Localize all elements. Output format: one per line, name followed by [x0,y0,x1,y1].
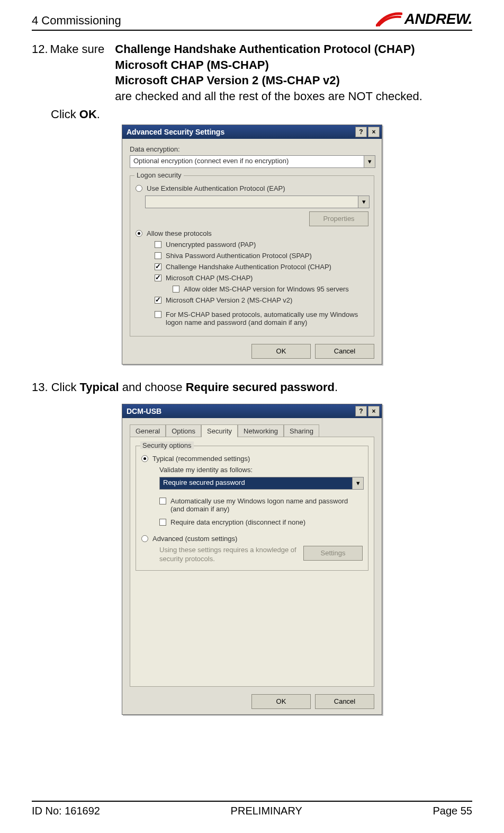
data-encryption-label: Data encryption: [130,145,374,153]
validate-identity-value: Require secured password [160,477,352,489]
dialog2-title: DCM-USB [127,407,161,415]
chevron-down-icon: ▾ [352,477,363,489]
properties-button: Properties [309,211,368,226]
dcm-usb-dialog: DCM-USB ? × General Options Security Net… [122,404,382,715]
advanced-security-dialog: Advanced Security Settings ? × Data encr… [122,125,382,365]
checkbox-mschap-older[interactable]: Allow older MS-CHAP version for Windows … [173,285,368,293]
help-button[interactable]: ? [355,127,367,137]
dialog1-title: Advanced Security Settings [127,128,224,136]
settings-button: Settings [303,546,363,561]
cancel-button[interactable]: Cancel [315,694,374,709]
radio-icon [141,535,148,542]
close-icon: × [372,408,375,414]
logon-security-group: Logon security Use Extensible Authentica… [130,175,374,336]
checkbox-icon [155,263,161,270]
step-12-bold-3: Microsoft CHAP Version 2 (MS-CHAP v2) [115,73,472,88]
eap-type-combo: ▾ [145,196,370,208]
footer-page: Page 55 [433,805,472,817]
security-options-legend: Security options [140,441,194,449]
chevron-down-icon: ▾ [358,196,369,208]
checkbox-auto-logon-2[interactable]: Automatically use my Windows logon name … [159,497,363,513]
help-icon: ? [359,129,363,135]
radio-typical[interactable]: Typical (recommended settings) [141,455,363,463]
logo-swoosh-icon [376,12,402,26]
dialog1-titlebar: Advanced Security Settings ? × [122,125,382,139]
help-icon: ? [359,408,363,414]
radio-advanced[interactable]: Advanced (custom settings) [141,535,363,543]
ok-button[interactable]: OK [251,694,311,709]
footer-status: PRELIMINARY [231,805,302,817]
radio-icon [136,230,142,237]
checkbox-icon [159,519,166,526]
page-footer: ID No: 161692 PRELIMINARY Page 55 [32,801,472,817]
step-13-num: 13. [32,380,48,394]
checkbox-icon [155,274,161,281]
checkbox-spap[interactable]: Shiva Password Authentication Protocol (… [155,252,368,260]
step-12-intro: Make sure [50,42,105,56]
brand-logo: ANDREW. [376,11,472,28]
checkbox-icon [173,286,179,293]
step-13: 13. Click Typical and choose Require sec… [32,380,472,394]
radio-icon [136,185,142,192]
radio-eap[interactable]: Use Extensible Authentication Protocol (… [136,184,368,192]
advanced-note: Using these settings requires a knowledg… [159,546,298,564]
data-encryption-combo[interactable]: Optional encryption (connect even if no … [130,155,375,168]
checkbox-chap[interactable]: Challenge Handshake Authentication Proto… [155,263,368,271]
validate-identity-combo[interactable]: Require secured password ▾ [159,477,364,490]
checkbox-icon [155,252,161,259]
validate-identity-label: Validate my identity as follows: [159,466,363,474]
footer-id: ID No: 161692 [32,805,100,817]
checkbox-icon [155,297,161,304]
checkbox-mschap-v2[interactable]: Microsoft CHAP Version 2 (MS-CHAP v2) [155,296,368,304]
step-12-bold-2: Microsoft CHAP (MS-CHAP) [115,57,472,73]
radio-allow-protocols[interactable]: Allow these protocols [136,229,368,237]
step-12-num: 12. [32,42,48,56]
tabs-row: General Options Security Networking Shar… [130,424,374,437]
tab-sharing[interactable]: Sharing [284,424,319,437]
checkbox-mschap[interactable]: Microsoft CHAP (MS-CHAP) [155,274,368,282]
logon-security-legend: Logon security [134,171,184,179]
security-options-group: Security options Typical (recommended se… [136,446,368,571]
checkbox-require-encryption[interactable]: Require data encryption (disconnect if n… [159,518,363,526]
close-button[interactable]: × [368,127,380,137]
tab-options[interactable]: Options [166,424,201,437]
checkbox-icon [155,311,161,318]
section-title: 4 Commissioning [32,14,121,28]
brand-name: ANDREW. [404,11,472,28]
close-button[interactable]: × [368,406,380,416]
radio-icon [141,455,148,462]
page-header: 4 Commissioning ANDREW. [32,11,472,31]
ok-button[interactable]: OK [251,344,311,359]
step-12-click-ok: Click OK. [51,108,472,121]
security-tab-panel: Security options Typical (recommended se… [130,437,374,687]
help-button[interactable]: ? [355,406,367,416]
data-encryption-value: Optional encryption (connect even if no … [130,156,364,167]
chevron-down-icon: ▾ [364,156,375,167]
checkbox-icon [155,241,161,248]
dialog2-titlebar: DCM-USB ? × [122,404,382,418]
step-12: 12.Make sure Challenge Handshake Authent… [32,41,472,104]
tab-general[interactable]: General [130,424,166,437]
checkbox-pap[interactable]: Unencrypted password (PAP) [155,241,368,249]
step-12-bold-1: Challenge Handshake Authentication Proto… [115,41,472,57]
checkbox-auto-logon[interactable]: For MS-CHAP based protocols, automatical… [155,311,368,326]
tab-security[interactable]: Security [201,424,238,437]
close-icon: × [372,129,375,135]
tab-networking[interactable]: Networking [238,424,284,437]
step-12-after: are checked and all the rest of the boxe… [115,88,472,104]
checkbox-icon [159,498,166,504]
cancel-button[interactable]: Cancel [315,344,374,359]
